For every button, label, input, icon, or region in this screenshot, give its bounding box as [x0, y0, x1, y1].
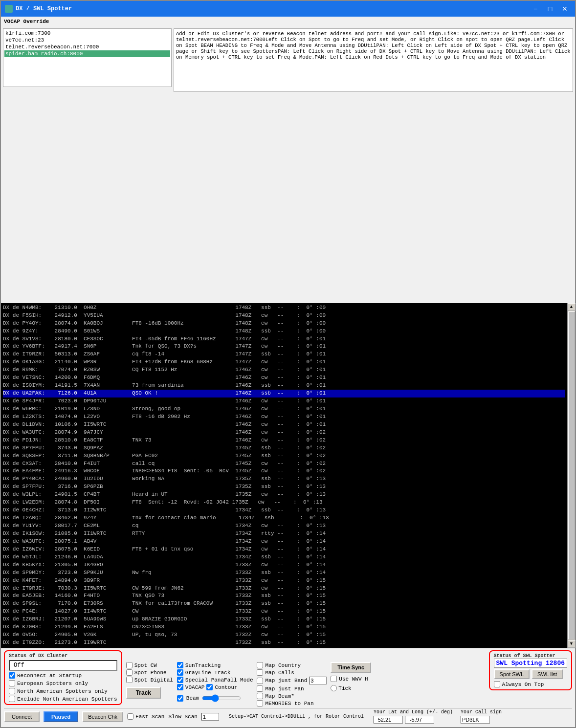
table-row[interactable]: DX de IT9RJE: 7030.3 II5WRTC CW 599 from…	[3, 585, 565, 593]
paused-button[interactable]: Paused	[44, 711, 78, 722]
table-row[interactable]: DX de I2ARQ: 28462.0 9Z4Y tnx for contac…	[3, 514, 565, 522]
spot-cw-checkbox[interactable]	[126, 662, 133, 668]
table-row[interactable]: DX de YU1YV: 28017.7 CE2ML cq 1734Z cw -…	[3, 522, 565, 530]
map-country-checkbox[interactable]	[257, 662, 263, 668]
table-row[interactable]: DX de PY4OY: 28074.0 KA0BOJ FT8 -16dB 10…	[3, 320, 565, 328]
table-row[interactable]: DX de SP7FPU: 3743.0 SQ9PAZ 1745Z ssb --…	[3, 444, 565, 452]
always-on-top-checkbox[interactable]	[494, 681, 500, 687]
table-row[interactable]: DX de N4WMB: 21310.0 OH0Z 1748Z ssb -- :…	[3, 304, 565, 312]
fast-scan-checkbox[interactable]	[127, 713, 133, 720]
table-row[interactable]: DX de OE4CHZ: 3713.0 II2WRTC 1734Z ssb -…	[3, 507, 565, 514]
lat-input[interactable]	[374, 716, 403, 724]
map-just-pan-label: Map just Pan	[265, 686, 304, 692]
table-row[interactable]: DX de EA4FME: 24916.3 W0COE IN80<>EN34 F…	[3, 467, 565, 475]
table-row[interactable]: DX de OK1ASG: 21140.0 WP3R FT4 +17dB fro…	[3, 358, 565, 366]
north-american-only-checkbox[interactable]	[9, 688, 15, 694]
table-row[interactable]: DX de IT9ZZO: 21273.0 II9WRTC 1732Z ssb …	[3, 639, 565, 647]
exclude-na-checkbox[interactable]	[9, 696, 15, 702]
table-row[interactable]: DX de PY4BCA: 24960.0 IU2IDU working NA …	[3, 475, 565, 483]
lon-input[interactable]	[405, 716, 434, 724]
app-icon	[5, 5, 13, 13]
spots-area[interactable]: DX de N4WMB: 21310.0 OH0Z 1748Z ssb -- :…	[1, 303, 567, 648]
swl-list-button[interactable]: SWL list	[532, 669, 563, 679]
server-entry-4[interactable]: spider.ham-radio.ch:8000	[4, 50, 170, 57]
coord-group: Your Lat and Long (+/- deg)	[374, 709, 453, 724]
table-row[interactable]: DX de SP4JFR: 7023.0 DP90TJU 1746Z cw --…	[3, 397, 565, 405]
tick-radio[interactable]	[331, 685, 337, 691]
beam-checkbox[interactable]	[177, 695, 183, 702]
beam-slider[interactable]	[202, 694, 241, 702]
spot-swl-button[interactable]: Spot SWL	[494, 669, 530, 679]
table-row[interactable]: DX de W3LPL: 24901.5 CP4BT Heard in UT 1…	[3, 491, 565, 499]
map-just-pan-checkbox[interactable]	[257, 685, 263, 692]
table-row[interactable]: DX de SP9SL: 7170.0 E730RS TNX for call7…	[3, 600, 565, 608]
server-entry-3[interactable]: telnet.reversebeacon.net:7000	[4, 44, 170, 50]
table-row[interactable]: DX de IZ6BRJ: 21207.0 5UA99WS up GRAZIE …	[3, 616, 565, 623]
table-row[interactable]: DX de SP9MDY: 3723.0 SP9KJU Nw frq 1733Z…	[3, 569, 565, 577]
map-calls-checkbox[interactable]	[257, 669, 263, 676]
slow-scan-input[interactable]	[201, 713, 219, 721]
spots-scrollbar[interactable]: ▲ ▼	[567, 303, 575, 648]
server-list[interactable]: k1rfi.com:7300 ve7cc.net:23 telnet.rever…	[3, 28, 172, 87]
memories-to-pan-checkbox[interactable]	[257, 700, 263, 706]
track-button[interactable]: Track	[126, 687, 161, 699]
exclude-na-label: Exclude North American Spotters	[17, 696, 117, 702]
european-only-checkbox[interactable]	[9, 680, 15, 686]
voacap-checkbox[interactable]	[177, 684, 183, 690]
table-row[interactable]: DX de WA3UTC: 28074.9 9A7JCY 1746Z cw --…	[3, 429, 565, 437]
table-row[interactable]: DX de LZ2KTS: 14074.0 LZ2VO FT8 -16 dB 2…	[3, 413, 565, 421]
table-row[interactable]: DX de EA5JEB: 14160.0 F4HTO TNX QSO 73 1…	[3, 592, 565, 600]
table-row[interactable]: DX de 9Z4Y: 28490.0 S01WS 1748Z ssb -- :…	[3, 328, 565, 335]
grayline-checkbox[interactable]	[177, 669, 183, 676]
band-input[interactable]	[309, 677, 327, 684]
connect-button[interactable]: Connect	[4, 711, 40, 722]
scroll-down-arrow[interactable]: ▼	[568, 640, 576, 648]
table-row[interactable]: DX de YV6BTF: 24917.4 SN6P Tnk for QSO, …	[3, 343, 565, 351]
table-row[interactable]: DX de IT9RZR: 50313.0 ZS6AF cq ft8 -14 1…	[3, 351, 565, 358]
table-row[interactable]: DX de IS0IYM: 14191.5 7X4AN 73 from sard…	[3, 382, 565, 390]
time-sync-button[interactable]: Time Sync	[331, 662, 371, 673]
table-row[interactable]: DX de K700S: 21299.0 EA2ELS CN73<>IN83 1…	[3, 623, 565, 631]
table-row[interactable]: DX de SP7FPU: 3716.0 SP6PZB 1735Z ssb --…	[3, 483, 565, 491]
table-row[interactable]: DX de W5TJL: 21246.0 LA4UOA 1734Z ssb --…	[3, 553, 565, 561]
callsign-input[interactable]	[461, 716, 490, 724]
status-row-1: Status of DX Cluster Off Reconnect at St…	[4, 650, 572, 706]
table-row[interactable]: DX de DL1DVN: 10106.9 II5WRTC 1746Z cw -…	[3, 421, 565, 429]
beacon-chk-button[interactable]: Beacon Chk	[82, 711, 123, 722]
close-button[interactable]: ✕	[558, 4, 571, 14]
callsign-label: Your Call sign	[461, 709, 502, 715]
server-entry-2[interactable]: ve7cc.net:23	[4, 37, 170, 44]
spot-digital-checkbox[interactable]	[126, 677, 133, 683]
table-row[interactable]: DX de WA3UTC: 28075.1 AB4V 1734Z cw -- :…	[3, 538, 565, 546]
table-row[interactable]: DX de CX3AT: 28410.0 F4IUT call cq 1745Z…	[3, 460, 565, 468]
table-row[interactable]: DX de PD1JN: 28510.0 EA8CTF TNX 73 1746Z…	[3, 437, 565, 444]
table-row[interactable]: DX de K4FET: 24894.0 3B9FR 1733Z cw -- :…	[3, 577, 565, 585]
contour-checkbox[interactable]	[206, 684, 213, 690]
minimize-button[interactable]: −	[529, 4, 542, 14]
table-row[interactable]: DX de SV1VS: 28180.0 CE3SOC FT4 -05dB fr…	[3, 335, 565, 343]
table-row[interactable]: DX de IZ6WIV: 28075.0 K6EID FT8 + 01 db …	[3, 546, 565, 553]
scroll-thumb[interactable]	[568, 311, 575, 640]
table-row[interactable]: DX de W6RMC: 21019.0 LZ3ND Strong, good …	[3, 405, 565, 413]
table-row[interactable]: DX de R9MK: 7074.0 RZ0SW CQ FT8 1152 Hz …	[3, 366, 565, 374]
table-row[interactable]: DX de IK1SOW: 21085.0 II1WRTC RTTY 1734Z…	[3, 530, 565, 538]
use-wwv-checkbox[interactable]	[331, 676, 337, 682]
table-row[interactable]: DX de VE7SNC: 14200.0 F6DMQ 1746Z cw -- …	[3, 374, 565, 382]
table-row[interactable]: DX de SQ8SEP: 3711.0 SQ8HNB/P PGA EC02 1…	[3, 452, 565, 460]
sun-tracking-checkbox[interactable]	[177, 662, 183, 668]
table-row[interactable]: DX de KB5KYX: 21305.0 IK4GRO 1733Z cw --…	[3, 561, 565, 569]
server-entry-1[interactable]: k1rfi.com:7300	[4, 30, 170, 37]
maximize-button[interactable]: □	[544, 4, 556, 14]
spot-phone-checkbox[interactable]	[126, 669, 133, 676]
table-row[interactable]: DX de UA2FAK: 7126.0 4U1A QSO OK ! 1746Z…	[3, 390, 565, 397]
special-panafall-checkbox[interactable]	[177, 677, 183, 683]
scroll-up-arrow[interactable]: ▲	[568, 303, 576, 311]
table-row[interactable]: DX de OV5O: 24905.0 V26K UP, tu qso, 73 …	[3, 631, 565, 639]
reconnect-checkbox[interactable]	[9, 672, 15, 679]
table-row[interactable]: DX de LW2EDM: 28074.8 DF5OI FT8 Sent: -1…	[3, 499, 565, 507]
map-beam-checkbox[interactable]	[257, 693, 263, 699]
spots-wrapper: DX de N4WMB: 21310.0 OH0Z 1748Z ssb -- :…	[1, 303, 575, 648]
table-row[interactable]: DX de F5SIH: 24912.0 YV5IUA 1748Z cw -- …	[3, 312, 565, 320]
map-just-band-checkbox[interactable]	[257, 678, 263, 684]
table-row[interactable]: DX de PC4E: 14027.0 II4WRTC CW 1733Z cw …	[3, 608, 565, 616]
